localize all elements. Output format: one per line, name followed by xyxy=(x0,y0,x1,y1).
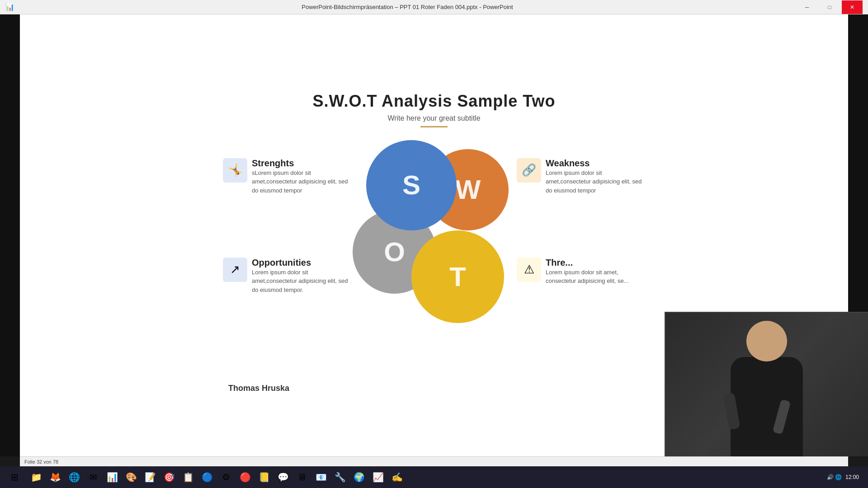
threats-icon-box: ⚠ xyxy=(517,258,541,282)
slide-count: Folie 32 von 78 xyxy=(24,459,58,465)
status-bar: Folie 32 von 78 xyxy=(20,456,848,466)
strengths-heading: Strenghts xyxy=(252,158,351,169)
threats-text: Thre... Lorem ipsum dolor sit amet, cons… xyxy=(546,258,645,286)
window-title: PowerPoint-Bildschirmpräsentation – PPT … xyxy=(18,4,797,10)
title-bar: 📊 PowerPoint-Bildschirmpräsentation – PP… xyxy=(0,0,868,14)
strengths-icon: 🤸 xyxy=(228,163,242,177)
taskbar: ⊞ 📁 🦊 🌐 ✉ 📊 🎨 📝 🎯 📋 🔵 ⚙ 🔴 📒 💬 🖥 📧 🔧 🌍 📈 … xyxy=(0,466,868,488)
threats-icon: ⚠ xyxy=(524,263,534,277)
maximize-button[interactable]: □ xyxy=(819,0,840,14)
taskbar-icon-app4[interactable]: 🔴 xyxy=(236,468,254,486)
strengths-section: 🤸 Strenghts sLorem ipsum dolor sit amet,… xyxy=(223,158,351,195)
weakness-icon: 🔗 xyxy=(522,163,536,177)
strengths-text: Strenghts sLorem ipsum dolor sit amet,co… xyxy=(252,158,351,195)
weakness-text: Weakness Lorem ipsum dolor sit amet,cons… xyxy=(546,158,645,195)
taskbar-icon-teams[interactable]: 💬 xyxy=(274,468,292,486)
strengths-body: sLorem ipsum dolor sit amet,consectetur … xyxy=(252,169,351,195)
person-silhouette xyxy=(731,316,803,456)
circle-t: T xyxy=(411,230,504,323)
close-button[interactable]: ✕ xyxy=(842,0,863,14)
taskbar-right: 🔊 🌐 12:00 xyxy=(827,474,864,480)
taskbar-icon-app6[interactable]: 📧 xyxy=(312,468,330,486)
window-controls: ─ □ ✕ xyxy=(797,0,863,14)
system-tray: 🔊 🌐 xyxy=(827,474,842,480)
opportunities-icon: ↗ xyxy=(230,263,240,277)
taskbar-icon-word[interactable]: 📝 xyxy=(141,468,159,486)
taskbar-icon-explorer[interactable]: 📁 xyxy=(27,468,45,486)
taskbar-icon-paint[interactable]: 🎨 xyxy=(122,468,140,486)
slide-footer: Thomas Hruska xyxy=(228,384,289,393)
opportunities-icon-box: ↗ xyxy=(223,258,247,282)
left-strip xyxy=(0,14,20,456)
webcam-content xyxy=(665,313,868,456)
taskbar-icon-write[interactable]: ✍ xyxy=(388,468,406,486)
taskbar-icon-settings[interactable]: ⚙ xyxy=(217,468,235,486)
opportunities-text: Opportunities Lorem ipsum dolor sit amet… xyxy=(252,258,351,295)
person-head xyxy=(746,321,787,361)
taskbar-icon-onenote[interactable]: 📒 xyxy=(255,468,273,486)
taskbar-icon-app7[interactable]: 🔧 xyxy=(331,468,349,486)
threats-body: Lorem ipsum dolor sit amet, consectetur … xyxy=(546,268,645,286)
webcam-overlay xyxy=(665,312,868,456)
opportunities-section: ↗ Opportunities Lorem ipsum dolor sit am… xyxy=(223,258,351,295)
person-body xyxy=(731,357,803,456)
taskbar-icon-app2[interactable]: 📋 xyxy=(179,468,197,486)
taskbar-icon-mail[interactable]: ✉ xyxy=(84,468,102,486)
slide-subtitle: Write here your great subtitle xyxy=(210,114,658,122)
weakness-section: 🔗 Weakness Lorem ipsum dolor sit amet,co… xyxy=(517,158,645,195)
circle-s: S xyxy=(366,140,457,230)
venn-diagram: S W O T xyxy=(339,140,529,334)
taskbar-icon-app5[interactable]: 🖥 xyxy=(293,468,311,486)
slide-title: S.W.O.T Analysis Sample Two xyxy=(210,92,658,111)
weakness-body: Lorem ipsum dolor sit amet,consectetur a… xyxy=(546,169,645,195)
taskbar-icon-firefox[interactable]: 🦊 xyxy=(46,468,64,486)
taskbar-icon-app1[interactable]: 🎯 xyxy=(160,468,178,486)
start-button[interactable]: ⊞ xyxy=(4,468,25,486)
taskbar-icon-chrome[interactable]: 🌐 xyxy=(65,468,83,486)
taskbar-icon-excel[interactable]: 📈 xyxy=(369,468,387,486)
threats-section: ⚠ Thre... Lorem ipsum dolor sit amet, co… xyxy=(517,258,645,286)
slide: S.W.O.T Analysis Sample Two Write here y… xyxy=(210,70,658,406)
subtitle-underline xyxy=(420,126,448,127)
minimize-button[interactable]: ─ xyxy=(797,0,817,14)
taskbar-icon-app3[interactable]: 🔵 xyxy=(198,468,216,486)
taskbar-icon-edge[interactable]: 🌍 xyxy=(350,468,368,486)
taskbar-icons: 📁 🦊 🌐 ✉ 📊 🎨 📝 🎯 📋 🔵 ⚙ 🔴 📒 💬 🖥 📧 🔧 🌍 📈 ✍ xyxy=(27,468,406,486)
opportunities-heading: Opportunities xyxy=(252,258,351,268)
strengths-icon-box: 🤸 xyxy=(223,158,247,183)
clock: 12:00 xyxy=(845,474,859,480)
weakness-icon-box: 🔗 xyxy=(517,158,541,183)
threats-heading: Thre... xyxy=(546,258,645,268)
weakness-heading: Weakness xyxy=(546,158,645,169)
taskbar-icon-powerpoint[interactable]: 📊 xyxy=(103,468,121,486)
app-icon: 📊 xyxy=(5,3,14,11)
opportunities-body: Lorem ipsum dolor sit amet,consectetur a… xyxy=(252,268,351,295)
